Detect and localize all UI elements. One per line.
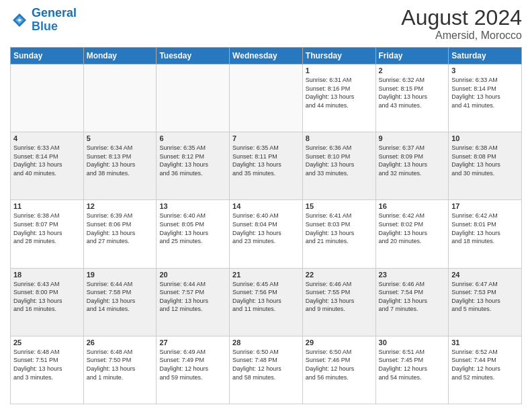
day-number: 10	[451, 134, 519, 142]
day-number: 13	[159, 202, 226, 210]
day-number: 17	[451, 202, 519, 210]
day-cell: 3Sunrise: 6:33 AMSunset: 8:14 PMDaylight…	[449, 64, 522, 132]
logo: General Blue	[10, 7, 77, 34]
day-cell: 11Sunrise: 6:38 AMSunset: 8:07 PMDayligh…	[11, 200, 84, 268]
day-info: Sunrise: 6:38 AMSunset: 8:07 PMDaylight:…	[13, 212, 81, 245]
day-cell: 25Sunrise: 6:48 AMSunset: 7:51 PMDayligh…	[11, 336, 84, 404]
day-cell: 13Sunrise: 6:40 AMSunset: 8:05 PMDayligh…	[157, 200, 230, 268]
day-number: 16	[379, 202, 446, 210]
calendar-body: 1Sunrise: 6:31 AMSunset: 8:16 PMDaylight…	[11, 64, 522, 404]
day-number: 5	[87, 134, 154, 142]
col-friday: Friday	[375, 48, 449, 64]
day-info: Sunrise: 6:44 AMSunset: 7:58 PMDaylight:…	[87, 280, 154, 314]
calendar-header: Sunday Monday Tuesday Wednesday Thursday…	[11, 48, 522, 64]
calendar-table: Sunday Monday Tuesday Wednesday Thursday…	[10, 47, 522, 404]
day-cell: 4Sunrise: 6:33 AMSunset: 8:14 PMDaylight…	[11, 132, 84, 200]
day-number: 23	[379, 271, 446, 279]
day-number: 19	[87, 271, 154, 279]
day-cell: 6Sunrise: 6:35 AMSunset: 8:12 PMDaylight…	[157, 132, 230, 200]
day-info: Sunrise: 6:48 AMSunset: 7:51 PMDaylight:…	[13, 348, 81, 381]
day-cell: 24Sunrise: 6:47 AMSunset: 7:53 PMDayligh…	[449, 268, 522, 336]
day-cell: 27Sunrise: 6:49 AMSunset: 7:49 PMDayligh…	[157, 336, 230, 404]
day-number: 8	[306, 134, 373, 142]
day-number: 3	[451, 66, 519, 75]
week-row-1: 4Sunrise: 6:33 AMSunset: 8:14 PMDaylight…	[11, 132, 522, 200]
col-wednesday: Wednesday	[230, 48, 303, 64]
day-number: 30	[379, 338, 446, 347]
page: General Blue August 2024 Amersid, Morocc…	[0, 0, 532, 411]
day-info: Sunrise: 6:49 AMSunset: 7:49 PMDaylight:…	[159, 348, 226, 381]
day-number: 28	[232, 338, 300, 347]
day-cell: 30Sunrise: 6:51 AMSunset: 7:45 PMDayligh…	[375, 336, 449, 404]
day-cell: 15Sunrise: 6:41 AMSunset: 8:03 PMDayligh…	[302, 200, 375, 268]
title-block: August 2024 Amersid, Morocco	[401, 7, 522, 42]
day-cell: 2Sunrise: 6:32 AMSunset: 8:15 PMDaylight…	[375, 64, 449, 132]
day-number: 18	[13, 271, 81, 279]
day-number: 9	[379, 134, 446, 142]
day-info: Sunrise: 6:40 AMSunset: 8:05 PMDaylight:…	[159, 212, 226, 245]
day-cell	[83, 64, 157, 132]
col-tuesday: Tuesday	[157, 48, 230, 64]
month-year: August 2024	[401, 7, 522, 28]
logo-general: General	[32, 6, 77, 19]
day-info: Sunrise: 6:52 AMSunset: 7:44 PMDaylight:…	[451, 348, 519, 381]
day-cell: 22Sunrise: 6:46 AMSunset: 7:55 PMDayligh…	[302, 268, 375, 336]
day-cell: 26Sunrise: 6:48 AMSunset: 7:50 PMDayligh…	[83, 336, 157, 404]
day-info: Sunrise: 6:38 AMSunset: 8:08 PMDaylight:…	[451, 144, 519, 177]
day-cell: 18Sunrise: 6:43 AMSunset: 8:00 PMDayligh…	[11, 268, 84, 336]
day-number: 2	[379, 66, 446, 75]
day-cell: 23Sunrise: 6:46 AMSunset: 7:54 PMDayligh…	[375, 268, 449, 336]
day-cell	[230, 64, 303, 132]
day-number: 15	[306, 202, 373, 210]
day-info: Sunrise: 6:51 AMSunset: 7:45 PMDaylight:…	[379, 348, 446, 381]
day-info: Sunrise: 6:43 AMSunset: 8:00 PMDaylight:…	[13, 280, 81, 314]
day-info: Sunrise: 6:34 AMSunset: 8:13 PMDaylight:…	[87, 144, 154, 177]
day-cell: 20Sunrise: 6:44 AMSunset: 7:57 PMDayligh…	[157, 268, 230, 336]
day-info: Sunrise: 6:42 AMSunset: 8:02 PMDaylight:…	[379, 212, 446, 245]
day-cell: 29Sunrise: 6:50 AMSunset: 7:46 PMDayligh…	[302, 336, 375, 404]
day-cell: 5Sunrise: 6:34 AMSunset: 8:13 PMDaylight…	[83, 132, 157, 200]
day-info: Sunrise: 6:46 AMSunset: 7:55 PMDaylight:…	[306, 280, 373, 314]
header: General Blue August 2024 Amersid, Morocc…	[10, 7, 522, 42]
day-number: 14	[232, 202, 300, 210]
day-info: Sunrise: 6:41 AMSunset: 8:03 PMDaylight:…	[306, 212, 373, 245]
day-info: Sunrise: 6:40 AMSunset: 8:04 PMDaylight:…	[232, 212, 300, 245]
day-cell: 8Sunrise: 6:36 AMSunset: 8:10 PMDaylight…	[302, 132, 375, 200]
day-info: Sunrise: 6:50 AMSunset: 7:48 PMDaylight:…	[232, 348, 300, 381]
day-cell	[157, 64, 230, 132]
day-number: 7	[232, 134, 300, 142]
header-row: Sunday Monday Tuesday Wednesday Thursday…	[11, 48, 522, 64]
day-info: Sunrise: 6:44 AMSunset: 7:57 PMDaylight:…	[159, 280, 226, 314]
day-number: 20	[159, 271, 226, 279]
logo-text: General Blue	[32, 7, 77, 34]
day-number: 29	[306, 338, 373, 347]
day-cell	[11, 64, 84, 132]
day-info: Sunrise: 6:32 AMSunset: 8:15 PMDaylight:…	[379, 76, 446, 109]
day-cell: 19Sunrise: 6:44 AMSunset: 7:58 PMDayligh…	[83, 268, 157, 336]
day-info: Sunrise: 6:36 AMSunset: 8:10 PMDaylight:…	[306, 144, 373, 177]
day-number: 25	[13, 338, 81, 347]
day-info: Sunrise: 6:35 AMSunset: 8:12 PMDaylight:…	[159, 144, 226, 177]
col-thursday: Thursday	[302, 48, 375, 64]
week-row-4: 25Sunrise: 6:48 AMSunset: 7:51 PMDayligh…	[11, 336, 522, 404]
day-cell: 31Sunrise: 6:52 AMSunset: 7:44 PMDayligh…	[449, 336, 522, 404]
day-number: 31	[451, 338, 519, 347]
location: Amersid, Morocco	[401, 30, 522, 42]
day-info: Sunrise: 6:33 AMSunset: 8:14 PMDaylight:…	[451, 76, 519, 109]
day-cell: 1Sunrise: 6:31 AMSunset: 8:16 PMDaylight…	[302, 64, 375, 132]
day-info: Sunrise: 6:47 AMSunset: 7:53 PMDaylight:…	[451, 280, 519, 314]
calendar: Sunday Monday Tuesday Wednesday Thursday…	[10, 47, 522, 404]
day-cell: 21Sunrise: 6:45 AMSunset: 7:56 PMDayligh…	[230, 268, 303, 336]
day-cell: 17Sunrise: 6:42 AMSunset: 8:01 PMDayligh…	[449, 200, 522, 268]
day-info: Sunrise: 6:35 AMSunset: 8:11 PMDaylight:…	[232, 144, 300, 177]
day-info: Sunrise: 6:31 AMSunset: 8:16 PMDaylight:…	[306, 76, 373, 109]
week-row-3: 18Sunrise: 6:43 AMSunset: 8:00 PMDayligh…	[11, 268, 522, 336]
day-info: Sunrise: 6:45 AMSunset: 7:56 PMDaylight:…	[232, 280, 300, 314]
col-sunday: Sunday	[11, 48, 84, 64]
day-info: Sunrise: 6:39 AMSunset: 8:06 PMDaylight:…	[87, 212, 154, 245]
day-cell: 28Sunrise: 6:50 AMSunset: 7:48 PMDayligh…	[230, 336, 303, 404]
logo-icon	[10, 11, 29, 30]
day-info: Sunrise: 6:48 AMSunset: 7:50 PMDaylight:…	[87, 348, 154, 381]
day-number: 1	[306, 66, 373, 75]
day-number: 6	[159, 134, 226, 142]
